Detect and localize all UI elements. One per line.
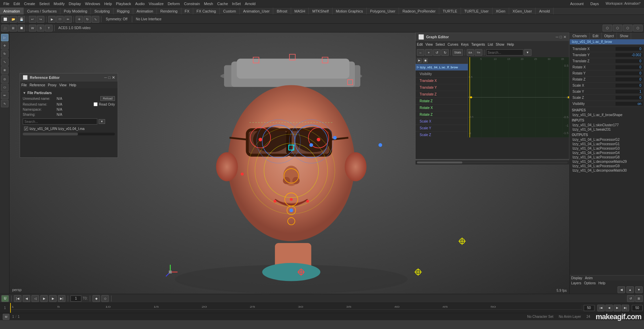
tl-next-key[interactable]: ▶| [622,305,629,311]
ge-menu-edit[interactable]: Edit [417,43,423,46]
ge-ch-sx[interactable]: Scale X [416,118,468,125]
menu-deform[interactable]: Deform [166,2,182,6]
tb2-texture[interactable]: T [45,25,53,31]
rp-ty-input[interactable] [616,53,643,57]
ge-channel-root[interactable]: ▷ Izzy_v01_04_L:ac_lf_brow [416,64,468,71]
rp-rz-input[interactable] [616,78,643,81]
menu-inset[interactable]: InSet [230,2,243,6]
tab-turtle-user[interactable]: TURTLE_User [461,7,492,15]
tab-sculpting[interactable]: Sculpting [91,7,113,15]
tab-bifrost[interactable]: Bifrost [273,7,291,15]
menu-display[interactable]: Display [67,2,83,6]
re-search-btn[interactable]: ▼ [99,119,105,124]
pb-loop[interactable]: ↺ [627,295,635,302]
ge-ch-visibility[interactable]: Visibility [416,71,468,78]
re-titlebar[interactable]: ⬜ Reference Editor ─ □ ✕ [20,73,118,82]
ge-close[interactable]: ✕ [563,35,566,39]
re-minimize[interactable]: ─ [104,75,107,80]
tab-fx-caching[interactable]: FX Caching [193,7,220,15]
ge-ch-tx[interactable]: Translate X [416,78,468,84]
rp-tab-show[interactable]: Show [617,32,631,39]
tool-rotate[interactable]: ↻ [1,50,8,58]
menu-windows[interactable]: Windows [83,2,102,6]
ge-graph-area[interactable]: 0.5 0 -0.5 -1 5 10 15 20 25 30 35 [468,57,569,137]
rp-sx-input[interactable] [616,84,643,87]
ge-ch-sz[interactable]: Scale Z [416,132,468,137]
ge-search-btn[interactable]: ▼ [524,49,531,56]
tab-fx[interactable]: FX [181,7,193,15]
pb-frame-input[interactable] [71,295,81,302]
menu-constrain[interactable]: Constrain [182,2,202,6]
account-label[interactable]: Account [568,2,586,6]
ge-mode1[interactable]: EA [467,49,474,56]
ge-menu-select[interactable]: Select [436,43,445,46]
ge-tb2[interactable]: + [425,49,432,56]
menu-create[interactable]: Create [22,2,37,6]
ge-tb3[interactable]: ↺ [433,49,441,56]
tool-select[interactable]: ▷ [1,34,8,41]
tb2-snap[interactable]: 🔲 [18,25,25,31]
ge-tb1[interactable]: ← [417,49,424,56]
rp-vis-input[interactable] [616,102,643,106]
rp-tab-object[interactable]: Object [602,32,617,39]
ge-menu-curves[interactable]: Curves [448,43,459,46]
ge-maximize[interactable]: □ [560,35,562,39]
tl-prev[interactable]: ◀ [605,305,613,311]
ge-ch-icon2[interactable]: ◼ [423,58,428,63]
rp-shape-item[interactable]: Izzy_v01_04_L:ac_lf_browShape [571,113,643,117]
pb-U[interactable]: U [1,295,9,302]
pb-next-key[interactable]: ▶| [58,295,65,302]
tab-polygons-user[interactable]: Polygons_User [367,7,399,15]
tool-crease[interactable]: ∿ [1,100,8,107]
tab-turtle[interactable]: TURTLE [439,7,461,15]
timeline-track[interactable]: 1 5 10 15 20 25 30 35 40 45 50 [10,303,582,313]
rp-out-2[interactable]: Izzy_v01_04_L:acProcessorG1 [571,142,643,146]
tb-lasso[interactable]: ⬭ [56,16,64,23]
rp-out-5[interactable]: Izzy_v01_04_L:acProcessorG8 [571,155,643,159]
tab-animation-user[interactable]: Animation_User [240,7,273,15]
tab-animation2[interactable]: Animation [133,7,157,15]
menu-file[interactable]: File [1,2,12,6]
tool-paint[interactable]: ✏ [1,92,8,99]
tl-prev-key[interactable]: |◀ [597,305,605,311]
ge-menu-show[interactable]: Show [496,43,504,46]
sb-maya-icon[interactable]: M [3,314,9,320]
menu-modify[interactable]: Modify [52,2,66,6]
tb2-grid[interactable]: ⊞ [9,25,17,31]
menu-help[interactable]: Help [102,2,114,6]
tl-end-input[interactable] [584,305,595,311]
tab-xgen-user[interactable]: XGen_User [509,7,536,15]
tab-poly-modeling[interactable]: Poly Modeling [60,7,91,15]
menu-visualize[interactable]: Visualize [147,2,166,6]
re-list-item[interactable]: ✓ Izzy_v01_04_LRN Izzy_v01.04_l.ma [23,126,115,131]
tb-undo[interactable]: ↩ [29,16,36,23]
re-menu-help[interactable]: Help [69,83,76,87]
tb-select[interactable]: ▶ [48,16,56,23]
re-menu-file[interactable]: File [21,83,27,87]
ge-mode2[interactable]: TH [475,49,482,56]
re-close[interactable]: ✕ [112,75,115,80]
pb-next-frame[interactable]: ▶ [49,295,57,302]
tab-rigging[interactable]: Rigging [114,7,133,15]
rp-help[interactable]: Help [598,281,605,285]
ge-ch-ty[interactable]: Translate Y [416,84,468,91]
tb2-r2[interactable]: ⬡ [613,25,622,31]
tool-soft[interactable]: ⊙ [1,75,8,83]
ge-ch-rz[interactable]: Rotate Z [416,98,468,105]
ge-ch-rx[interactable]: Rotate X [416,105,468,111]
tb2-r4[interactable]: ⬡ [633,25,643,31]
ge-stats[interactable]: Stats [452,49,463,56]
rp-input-1[interactable]: Izzy_v01_04_L:skinCluster177 [571,123,643,127]
tb-scale[interactable]: ⤡ [92,16,99,23]
ge-titlebar[interactable]: ⬜ Graph Editor ─ □ ✕ [416,33,569,41]
re-item-check[interactable]: ✓ [24,127,28,131]
rp-rx-input[interactable] [616,65,643,69]
tl-next[interactable]: ▶ [613,305,621,311]
tb2-cam[interactable]: 🎥 [1,25,9,31]
tb-paint[interactable]: ✏ [64,16,72,23]
rp-options[interactable]: Options [584,281,596,285]
tb-open[interactable]: 📂 [9,16,17,23]
ge-ch-sy[interactable]: Scale Y [416,125,468,132]
tool-transform[interactable]: ⊕ [1,66,8,74]
rp-tab-channels[interactable]: Channels [570,32,590,39]
